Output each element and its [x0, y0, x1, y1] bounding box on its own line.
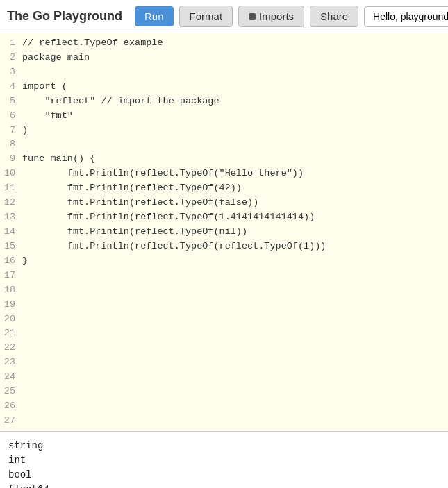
line-content [22, 385, 448, 399]
table-row: 10 fmt.Println(reflect.TypeOf("Hello the… [0, 167, 448, 181]
line-content: fmt.Println(reflect.TypeOf(nil)) [22, 225, 448, 239]
output-line: int [8, 453, 440, 468]
line-number: 4 [0, 80, 22, 94]
line-number: 7 [0, 124, 22, 138]
line-content [22, 298, 448, 312]
table-row: 6 "fmt" [0, 109, 448, 124]
line-content: fmt.Println(reflect.TypeOf(reflect.TypeO… [22, 239, 448, 254]
playground-select[interactable]: Hello, playgroundFibonacciPingCustom [364, 6, 448, 27]
line-content: package main [22, 51, 448, 65]
line-content [22, 65, 448, 80]
table-row: 24 [0, 370, 448, 385]
table-row: 7) [0, 124, 448, 138]
line-content: // reflect.TypeOf example [22, 36, 448, 51]
imports-label: Imports [259, 10, 294, 22]
table-row: 5 "reflect" // import the package [0, 94, 448, 109]
table-row: 11 fmt.Println(reflect.TypeOf(42)) [0, 181, 448, 196]
table-row: 16} [0, 254, 448, 269]
table-row: 15 fmt.Println(reflect.TypeOf(reflect.Ty… [0, 239, 448, 254]
table-row: 23 [0, 355, 448, 370]
table-row: 4import ( [0, 80, 448, 94]
line-number: 18 [0, 283, 22, 298]
editor-area[interactable]: 1// reflect.TypeOf example2package main3… [0, 33, 448, 432]
line-content: "reflect" // import the package [22, 94, 448, 109]
line-number: 21 [0, 326, 22, 341]
line-content [22, 414, 448, 428]
line-number: 14 [0, 225, 22, 239]
line-number: 27 [0, 414, 22, 428]
table-row: 20 [0, 312, 448, 327]
table-row: 12 fmt.Println(reflect.TypeOf(false)) [0, 196, 448, 210]
line-number: 8 [0, 137, 22, 152]
line-content [22, 341, 448, 355]
line-content: fmt.Println(reflect.TypeOf(false)) [22, 196, 448, 210]
line-number: 2 [0, 51, 22, 65]
line-number: 11 [0, 181, 22, 196]
line-number: 9 [0, 152, 22, 167]
line-number: 1 [0, 36, 22, 51]
line-number: 12 [0, 196, 22, 210]
line-number: 19 [0, 298, 22, 312]
line-content: fmt.Println(reflect.TypeOf(1.41414141414… [22, 210, 448, 225]
table-row: 22 [0, 341, 448, 355]
line-content [22, 370, 448, 385]
table-row: 18 [0, 283, 448, 298]
line-content [22, 312, 448, 327]
imports-button[interactable]: Imports [238, 6, 304, 27]
table-row: 2package main [0, 51, 448, 65]
line-number: 26 [0, 399, 22, 414]
line-number: 10 [0, 167, 22, 181]
table-row: 26 [0, 399, 448, 414]
table-row: 21 [0, 326, 448, 341]
line-content: func main() { [22, 152, 448, 167]
line-content: "fmt" [22, 109, 448, 124]
imports-dot-icon [249, 13, 256, 20]
line-number: 13 [0, 210, 22, 225]
line-content: import ( [22, 80, 448, 94]
table-row: 17 [0, 269, 448, 283]
table-row: 3 [0, 65, 448, 80]
line-number: 5 [0, 94, 22, 109]
output-lines: stringintboolfloat64<nil>*reflect.rtype [8, 439, 440, 488]
line-content: } [22, 254, 448, 269]
format-button[interactable]: Format [179, 6, 233, 27]
line-number: 20 [0, 312, 22, 327]
table-row: 19 [0, 298, 448, 312]
line-number: 16 [0, 254, 22, 269]
run-button[interactable]: Run [135, 6, 174, 26]
table-row: 13 fmt.Println(reflect.TypeOf(1.41414141… [0, 210, 448, 225]
output-line: string [8, 439, 440, 453]
output-area: stringintboolfloat64<nil>*reflect.rtype … [0, 432, 448, 488]
line-content [22, 283, 448, 298]
line-number: 24 [0, 370, 22, 385]
header: The Go Playground Run Format Imports Sha… [0, 0, 448, 33]
app-title: The Go Playground [7, 9, 122, 24]
line-content [22, 355, 448, 370]
line-number: 6 [0, 109, 22, 124]
line-content [22, 269, 448, 283]
line-content [22, 399, 448, 414]
line-number: 17 [0, 269, 22, 283]
output-line: float64 [8, 482, 440, 488]
line-number: 15 [0, 239, 22, 254]
code-lines: 1// reflect.TypeOf example2package main3… [0, 36, 448, 428]
table-row: 8 [0, 137, 448, 152]
table-row: 25 [0, 385, 448, 399]
line-content: fmt.Println(reflect.TypeOf("Hello there"… [22, 167, 448, 181]
line-number: 3 [0, 65, 22, 80]
table-row: 1// reflect.TypeOf example [0, 36, 448, 51]
line-content: fmt.Println(reflect.TypeOf(42)) [22, 181, 448, 196]
table-row: 27 [0, 414, 448, 428]
line-content: ) [22, 124, 448, 138]
share-button[interactable]: Share [310, 6, 358, 27]
line-content [22, 137, 448, 152]
table-row: 9func main() { [0, 152, 448, 167]
table-row: 14 fmt.Println(reflect.TypeOf(nil)) [0, 225, 448, 239]
line-number: 25 [0, 385, 22, 399]
output-line: bool [8, 468, 440, 482]
line-content [22, 326, 448, 341]
line-number: 22 [0, 341, 22, 355]
line-number: 23 [0, 355, 22, 370]
